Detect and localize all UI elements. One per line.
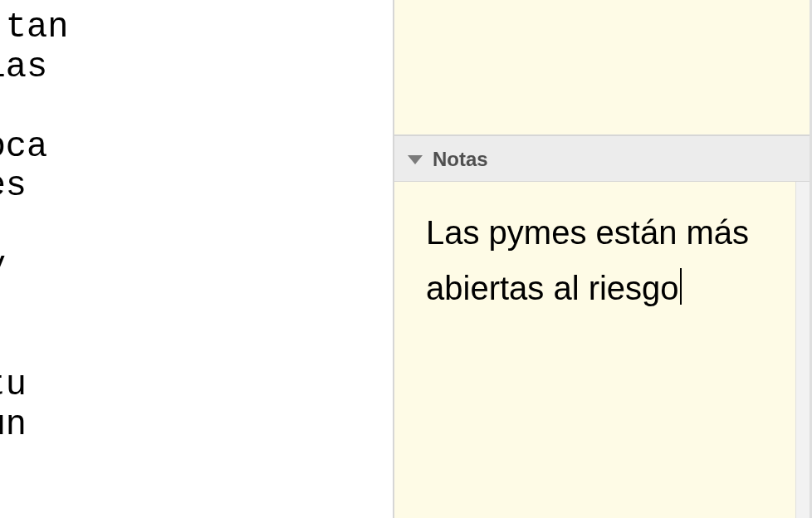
disclosure-triangle-icon[interactable] bbox=[408, 155, 423, 164]
document-editor[interactable]: presumir los casos no tan .. que las gen… bbox=[0, 0, 394, 518]
notes-editor[interactable]: Las pymes están más abiertas al riesgo bbox=[394, 182, 812, 518]
synopsis-panel[interactable] bbox=[394, 0, 812, 135]
notes-section-label: Notas bbox=[433, 148, 488, 171]
notes-section-header[interactable]: Notas bbox=[394, 135, 812, 182]
inspector-panel: Notas Las pymes están más abiertas al ri… bbox=[394, 0, 812, 518]
text-cursor bbox=[680, 268, 682, 305]
document-text: presumir los casos no tan .. que las gen… bbox=[0, 0, 68, 518]
notes-text: Las pymes están más abiertas al riesgo bbox=[426, 205, 780, 316]
